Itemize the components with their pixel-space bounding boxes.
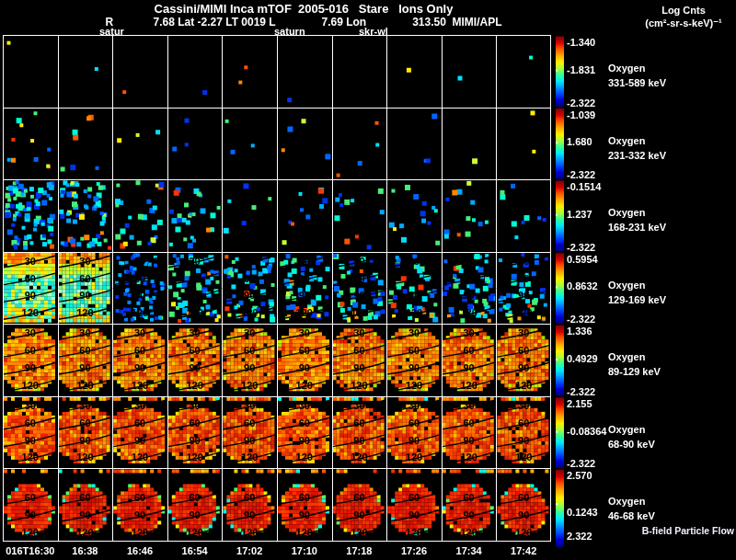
x-axis-tick: 17:10	[292, 545, 317, 556]
colorbar-tick-mid: -1.831	[567, 64, 595, 75]
x-axis-tick: 17:02	[236, 545, 262, 556]
row-species-label: Oxygen	[608, 351, 645, 362]
time-annotation-saturn: saturn	[274, 26, 305, 37]
x-axis-tick: 17:18	[346, 545, 372, 556]
colorbar-title: Log Cnts	[631, 4, 736, 17]
row-energy-label: 331-589 keV	[608, 77, 666, 88]
time-annotation-satur: satur	[99, 26, 124, 37]
plot-title: Cassini/MIMI Inca mTOF 2005-016 Stare Io…	[0, 2, 607, 16]
colorbar-tick-bottom: -2.322	[567, 314, 595, 325]
colorbar-tick-bottom: -2.322	[567, 458, 595, 469]
time-annotation-skr-wl: skr-wl	[359, 26, 388, 37]
colorbar-tick-mid: 0.1243	[567, 507, 598, 518]
colorbar-tick-top: 2.155	[567, 398, 592, 409]
colorbar-tick-top: -0.1514	[567, 181, 601, 192]
colorbar-tick-mid: 1.680	[567, 136, 592, 147]
x-axis-tick: 16:54	[182, 545, 208, 556]
mimi-inca-display: -1.340-1.831-2.322Oxygen331-589 keV-1.03…	[0, 0, 736, 560]
row-energy-label: 46-68 keV	[608, 510, 655, 521]
colorbar-tick-bottom: -2.322	[567, 386, 595, 397]
x-axis-tick: 17:42	[511, 545, 536, 556]
row-species-label: Oxygen	[608, 496, 645, 507]
row-energy-label: 168-231 keV	[608, 222, 666, 233]
colorbar-units: (cm²-sr-s-keV)⁻¹	[631, 17, 736, 29]
x-axis-tick: 17:26	[401, 545, 427, 556]
colorbar-tick-top: 0.5954	[567, 254, 598, 265]
x-axis-tick: 17:34	[456, 545, 482, 556]
colorbar-tick-bottom: 2.322	[567, 531, 592, 542]
colorbar-header: Log Cnts (cm²-sr-s-keV)⁻¹	[631, 4, 736, 29]
labels-overlay: -1.340-1.831-2.322Oxygen331-589 keV-1.03…	[0, 0, 736, 560]
row-energy-label: 89-129 keV	[608, 366, 661, 377]
row-species-label: Oxygen	[608, 63, 645, 74]
colorbar-tick-mid: -0.08364	[567, 426, 606, 437]
colorbar-tick-mid: 0.4929	[567, 353, 598, 364]
row-energy-label: 231-332 keV	[608, 150, 666, 161]
bfield-flow-note: B-field Particle Flow	[642, 525, 734, 536]
row-energy-label: 129-169 keV	[608, 294, 666, 305]
x-axis-tick: 16:38	[72, 545, 98, 556]
row-species-label: Oxygen	[608, 207, 645, 218]
colorbar-tick-bottom: -2.322	[567, 97, 595, 109]
x-axis-tick: 016T16:30	[6, 545, 54, 556]
colorbar-tick-top: 1.336	[567, 326, 592, 337]
colorbar-tick-top: -1.039	[567, 109, 595, 120]
row-species-label: Oxygen	[608, 280, 645, 291]
row-energy-label: 68-90 keV	[608, 439, 655, 450]
colorbar-tick-bottom: -2.322	[567, 242, 595, 253]
colorbar-tick-bottom: -2.322	[567, 169, 595, 180]
colorbar-tick-top: 2.570	[567, 470, 592, 481]
colorbar-tick-top: -1.340	[567, 37, 595, 48]
colorbar-tick-mid: 0.8632	[567, 280, 598, 291]
row-species-label: Oxygen	[608, 135, 645, 146]
colorbar-tick-mid: 1.237	[567, 209, 592, 220]
x-axis-tick: 16:46	[127, 545, 153, 556]
row-species-label: Oxygen	[608, 424, 645, 435]
